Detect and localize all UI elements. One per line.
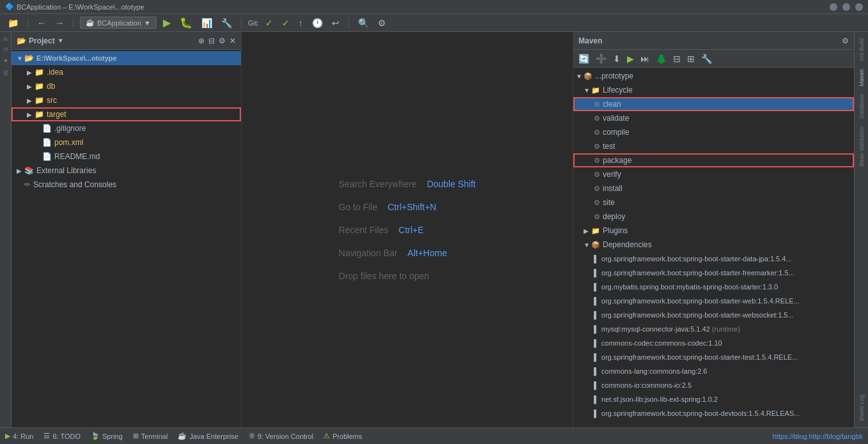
goto-hint-key[interactable]: Ctrl+Shift+N [387, 202, 436, 212]
ant-build-tab[interactable]: Ant Build [857, 34, 866, 65]
panel-close-btn[interactable]: ✕ [229, 36, 236, 45]
terminal-tab-btn[interactable]: ⊞ Terminal [133, 432, 168, 440]
tree-item-src[interactable]: ▶ 📁 src [12, 93, 241, 107]
structure-icon[interactable]: S [1, 45, 10, 54]
expand-arrow[interactable]: ▶ [27, 111, 35, 118]
expand-arrow[interactable]: ▼ [576, 73, 584, 80]
run-tab-btn[interactable]: ▶ 4: Run [5, 432, 33, 440]
run-btn[interactable]: ▶ [160, 15, 173, 30]
tree-item-db[interactable]: ▶ 📁 db [12, 79, 241, 93]
tree-item-idea[interactable]: ▶ 📁 .idea [12, 65, 241, 79]
maven-refresh-btn[interactable]: 🔄 [576, 52, 592, 65]
git-history-btn[interactable]: 🕐 [309, 17, 325, 29]
tree-item-root[interactable]: ▼ 📂 E:\WorkSpace\...ototype [12, 51, 241, 65]
git-commit-btn[interactable]: ✓ [263, 17, 275, 29]
collapse-btn[interactable]: ⊟ [208, 36, 215, 45]
minimize-btn[interactable] [830, 3, 837, 11]
spring-icon: 🍃 [91, 432, 100, 440]
maven-tab[interactable]: Maven [857, 65, 866, 90]
event-log-tab[interactable]: Event Log [857, 391, 866, 425]
dep-item-2[interactable]: ▌ org.mybatis.spring.boot:mybatis-spring… [573, 280, 854, 294]
project-dropdown-icon[interactable]: ▼ [58, 37, 64, 44]
maven-compile[interactable]: ⚙ compile [573, 125, 854, 139]
expand-arrow[interactable]: ▶ [584, 227, 591, 234]
maven-run-btn[interactable]: ▶ [624, 52, 637, 65]
problems-tab-btn[interactable]: ⚠ Problems [323, 432, 362, 440]
tree-item-pom[interactable]: ▶ 📄 pom.xml [12, 135, 241, 149]
expand-arrow[interactable]: ▶ [27, 83, 35, 90]
spring-tab-btn[interactable]: 🍃 Spring [91, 432, 123, 440]
maven-dependencies-group[interactable]: ▼ 📦 Dependencies [573, 238, 854, 252]
sync-btn[interactable]: ⊕ [198, 36, 205, 45]
bean-validation-tab[interactable]: Bean Validation [857, 123, 866, 170]
debug-btn[interactable]: 🐛 [177, 15, 195, 30]
maven-site[interactable]: ⚙ site [573, 195, 854, 210]
maven-wrench-btn[interactable]: 🔧 [699, 52, 715, 65]
version-control-tab-btn[interactable]: ⑨ 9: Version Control [249, 432, 313, 440]
dep-item-11[interactable]: ▌ org.springframework.boot:spring-boot-d… [573, 406, 854, 420]
maven-plugins-group[interactable]: ▶ 📁 Plugins [573, 224, 854, 238]
dep-item-3[interactable]: ▌ org.springframework.boot:spring-boot-s… [573, 294, 854, 308]
dep-item-8[interactable]: ▌ commons-lang:commons-lang:2.6 [573, 364, 854, 378]
maven-add-btn[interactable]: ➕ [593, 52, 609, 65]
search-hint-key[interactable]: Double Shift [427, 179, 476, 189]
settings-btn[interactable]: ⚙ [375, 17, 389, 29]
file-menu-btn[interactable]: 📁 [5, 17, 21, 29]
dep-item-9[interactable]: ▌ commons-io:commons-io:2.5 [573, 378, 854, 392]
profile-btn[interactable]: 🔧 [219, 17, 235, 29]
maven-collapse-all-btn[interactable]: ⊟ [670, 52, 683, 65]
dep-item-5[interactable]: ▌ mysql:mysql-connector-java:5.1.42 (run… [573, 322, 854, 336]
maven-validate[interactable]: ⚙ validate [573, 111, 854, 125]
expand-arrow[interactable]: ▼ [584, 241, 591, 249]
tree-item-readme[interactable]: ▶ 📄 README.md [12, 149, 241, 164]
database-tab[interactable]: Database [857, 90, 866, 123]
forward-btn[interactable]: → [52, 17, 66, 29]
maven-tree-btn[interactable]: 🌲 [653, 52, 669, 65]
maven-install[interactable]: ⚙ install [573, 181, 854, 195]
maven-tree: ▼ 📦 ...prototype ▼ 📁 Lifecycle ⚙ clean ⚙ [573, 68, 854, 427]
git-update-btn[interactable]: ✓ [279, 17, 292, 29]
run-config-selector[interactable]: ☕ BCApplication ▼ [80, 17, 157, 29]
todo-tab-btn[interactable]: ☰ 6: TODO [43, 432, 81, 440]
dep-item-6[interactable]: ▌ commons-codec:commons-codec:1.10 [573, 336, 854, 350]
maven-root[interactable]: ▼ 📦 ...prototype [573, 69, 854, 83]
tree-item-extlib[interactable]: ▶ 📚 External Libraries [12, 164, 241, 178]
maven-test[interactable]: ⚙ test [573, 139, 854, 153]
expand-arrow[interactable]: ▶ [27, 97, 35, 104]
tree-item-scratches[interactable]: ▶ ✏ Scratches and Consoles [12, 178, 241, 192]
panel-settings-btn[interactable]: ⚙ [219, 36, 226, 45]
navbar-hint-key[interactable]: Alt+Home [408, 248, 447, 258]
dep-item-7[interactable]: ▌ org.springframework.boot:spring-boot-s… [573, 350, 854, 364]
expand-arrow[interactable]: ▶ [17, 167, 24, 174]
close-btn[interactable] [855, 3, 863, 11]
back-btn[interactable]: ← [35, 17, 49, 29]
expand-arrow[interactable]: ▼ [17, 55, 24, 62]
git-revert-btn[interactable]: ↩ [329, 17, 342, 29]
dep-item-0[interactable]: ▌ org.springframework.boot:spring-boot-s… [573, 252, 854, 266]
search-everywhere-btn[interactable]: 🔍 [355, 17, 371, 29]
favorites-icon[interactable]: ★ [1, 55, 10, 66]
maximize-btn[interactable] [842, 3, 850, 11]
tree-item-target[interactable]: ▶ 📁 target [12, 107, 241, 121]
recent-hint-key[interactable]: Ctrl+E [399, 225, 424, 235]
project-icon[interactable]: P [1, 34, 10, 43]
maven-clean[interactable]: ⚙ clean [573, 97, 854, 111]
dep-item-1[interactable]: ▌ org.springframework.boot:spring-boot-s… [573, 266, 854, 280]
expand-arrow[interactable]: ▼ [584, 87, 591, 94]
coverage-btn[interactable]: 📊 [199, 17, 215, 29]
maven-verify[interactable]: ⚙ verify [573, 167, 854, 181]
web-icon[interactable]: W [1, 68, 10, 79]
maven-lifecycle-group[interactable]: ▼ 📁 Lifecycle [573, 83, 854, 97]
maven-deploy[interactable]: ⚙ deploy [573, 210, 854, 224]
maven-package[interactable]: ⚙ package [573, 153, 854, 167]
dep-item-10[interactable]: ▌ net.sf.json-lib:json-lib-ext-spring:1.… [573, 392, 854, 406]
expand-arrow[interactable]: ▶ [27, 69, 35, 76]
maven-download-btn[interactable]: ⬇ [610, 52, 623, 65]
maven-settings-btn[interactable]: ⚙ [842, 36, 849, 45]
maven-skip-test-btn[interactable]: ⏭ [638, 52, 652, 65]
java-enterprise-tab-btn[interactable]: ☕ Java Enterprise [178, 432, 238, 440]
maven-expand-all-btn[interactable]: ⊞ [685, 52, 697, 65]
dep-item-4[interactable]: ▌ org.springframework.boot:spring-boot-s… [573, 308, 854, 322]
tree-item-gitignore[interactable]: ▶ 📄 .gitignore [12, 121, 241, 135]
git-push-btn[interactable]: ↑ [296, 17, 306, 29]
